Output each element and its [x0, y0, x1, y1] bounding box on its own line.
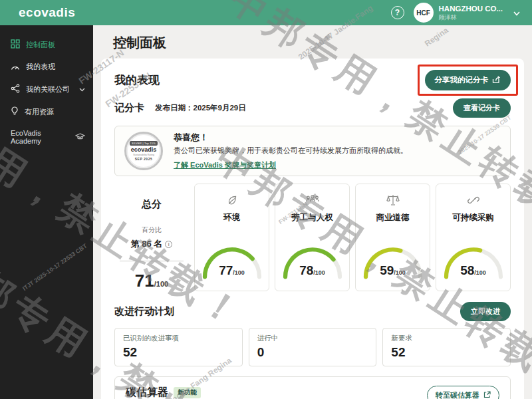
medal-brand: ecovadis	[131, 146, 157, 153]
go-to-carbon-button[interactable]: 转至碳估算器	[427, 386, 499, 399]
scores-row: 总分 百分比 第 86 名 i 71/100	[114, 184, 511, 291]
publish-date: 2025年9月29日	[194, 103, 246, 113]
category-label: 商业道德	[376, 212, 410, 223]
improve-now-button[interactable]: 立即改进	[460, 302, 511, 321]
score-gauge: 77/100	[200, 243, 265, 281]
score-gauge: 58/100	[441, 243, 506, 281]
share-scorecard-label: 分享我的记分卡	[435, 75, 489, 85]
performance-card: 我的表现 分享我的记分卡 记分卡	[101, 59, 524, 399]
percentile-value: 第 86 名	[131, 238, 163, 250]
stat-value: 0	[257, 345, 368, 360]
improve-now-label: 立即改进	[471, 307, 500, 317]
category-score: 78	[299, 263, 313, 277]
avatar[interactable]: HCF	[414, 3, 434, 23]
congrats-banner: SILVER | Top 15% ecovadis Sustainability…	[114, 126, 511, 176]
total-score-value: 71	[135, 271, 154, 291]
score-gauge: 78/100	[280, 243, 345, 281]
chevron-down-icon[interactable]	[79, 86, 85, 93]
sidebar-item-performance[interactable]: 我的表现	[0, 56, 93, 78]
performance-section-title: 我的表现	[114, 72, 160, 88]
external-link-icon	[483, 391, 491, 399]
category-score: 59	[380, 263, 394, 277]
medal-date: SEP 2025	[135, 157, 152, 161]
chevron-down-icon[interactable]	[513, 7, 520, 19]
stat-label: 进行中	[257, 334, 368, 343]
top-bar: ecovadis ? HCF HANGZHOU CO... 顾泽林	[0, 0, 532, 25]
ecovadis-logo: ecovadis	[19, 5, 75, 20]
publish-date-label: 发布日期：	[155, 103, 194, 113]
sidebar-item-label: 我的表现	[26, 62, 55, 72]
sidebar-item-label: 有用资源	[25, 107, 54, 117]
congrats-message: 贵公司已荣获银奖牌，用于表彰贵公司在可持续发展方面所取得的成就。	[174, 146, 408, 156]
scorecard-title: 记分卡	[114, 102, 144, 114]
stat-value: 52	[391, 345, 502, 360]
info-icon[interactable]: i	[165, 241, 172, 248]
leaf-icon	[225, 194, 239, 208]
graduation-cap-icon	[75, 133, 85, 142]
page-title: 控制面板	[113, 34, 532, 52]
medal-subtitle: Sustainability Rating	[133, 154, 154, 156]
score-card-labor: 劳工与人权 78/100	[275, 184, 350, 291]
category-label: 环境	[223, 212, 240, 223]
people-icon	[305, 194, 320, 208]
sidebar: 控制面板 我的表现 我的关联公司	[0, 25, 93, 399]
medal-tier: SILVER | Top 15%	[130, 141, 158, 146]
score-card-ethics: 商业道德 59/100	[355, 184, 430, 291]
stat-label: 已识别的改进事项	[123, 334, 234, 343]
go-to-carbon-label: 转至碳估算器	[436, 390, 479, 399]
stat-identified: 已识别的改进事项 52	[114, 328, 243, 366]
gauge-icon	[11, 63, 20, 72]
category-score: 77	[219, 263, 233, 277]
ecovadis-dashboard: ecovadis ? HCF HANGZHOU CO... 顾泽林	[0, 0, 532, 399]
network-icon	[11, 84, 20, 94]
category-label: 劳工与人权	[291, 212, 333, 223]
user-menu[interactable]: HCF HANGZHOU CO... 顾泽林	[414, 3, 520, 23]
new-feature-badge: 新功能	[174, 387, 201, 398]
carbon-calculator-section: 碳估算器 新功能 转至碳估算器 估算您的范围 1、范围 2 和范围 3 温室气体…	[114, 376, 511, 399]
category-label: 可持续采购	[452, 212, 494, 223]
score-gauge: 59/100	[360, 243, 426, 281]
improvement-title: 改进行动计划	[114, 305, 174, 318]
sidebar-item-linked-companies[interactable]: 我的关联公司	[0, 78, 93, 100]
score-card-procurement: 可持续采购 58/100	[436, 184, 511, 291]
improvement-stats: 已识别的改进事项 52 进行中 0 新要求 52	[114, 328, 511, 366]
sidebar-item-label: 我的关联公司	[26, 84, 73, 94]
congrats-title: 恭喜您！	[174, 132, 408, 144]
link-icon	[467, 194, 480, 208]
stat-label: 新要求	[391, 334, 502, 343]
category-score-max: /100	[233, 269, 245, 276]
lightbulb-icon	[11, 106, 19, 117]
percentile-label: 百分比	[114, 225, 189, 235]
sidebar-item-academy[interactable]: EcoVadis Academy	[0, 123, 93, 151]
company-name: HANGZHOU CO...	[439, 4, 503, 13]
total-score-max: /100	[154, 280, 168, 288]
category-score-max: /100	[313, 269, 325, 276]
main-content: 控制面板 我的表现 分享我的记分卡	[93, 25, 532, 399]
sidebar-item-resources[interactable]: 有用资源	[0, 100, 93, 123]
share-export-icon	[492, 76, 501, 85]
view-scorecard-label: 查看记分卡	[464, 103, 500, 113]
total-score-label: 总分	[114, 198, 189, 211]
sidebar-item-label: 控制面板	[26, 40, 55, 50]
stat-in-progress: 进行中 0	[249, 328, 377, 366]
score-card-environment: 环境 77/100	[194, 184, 269, 291]
total-score-column: 总分 百分比 第 86 名 i 71/100	[114, 184, 189, 291]
category-score-max: /100	[394, 269, 406, 276]
sidebar-item-dashboard[interactable]: 控制面板	[0, 33, 93, 56]
help-icon[interactable]: ?	[391, 6, 404, 19]
dashboard-grid-icon	[11, 39, 20, 50]
view-scorecard-button[interactable]: 查看记分卡	[453, 98, 511, 118]
silver-medal-badge: SILVER | Top 15% ecovadis Sustainability…	[124, 132, 163, 170]
share-scorecard-button[interactable]: 分享我的记分卡	[425, 70, 511, 90]
category-score: 58	[460, 263, 474, 277]
category-score-max: /100	[474, 269, 486, 276]
sidebar-item-label: EcoVadis Academy	[11, 129, 69, 145]
stat-value: 52	[123, 345, 234, 360]
carbon-title: 碳估算器	[126, 386, 168, 399]
medal-program-link[interactable]: 了解 EcoVadis 奖牌与奖章计划	[174, 161, 276, 169]
user-name: 顾泽林	[439, 14, 503, 21]
stat-new-requests: 新要求 52	[382, 328, 511, 366]
scales-icon	[386, 194, 400, 208]
